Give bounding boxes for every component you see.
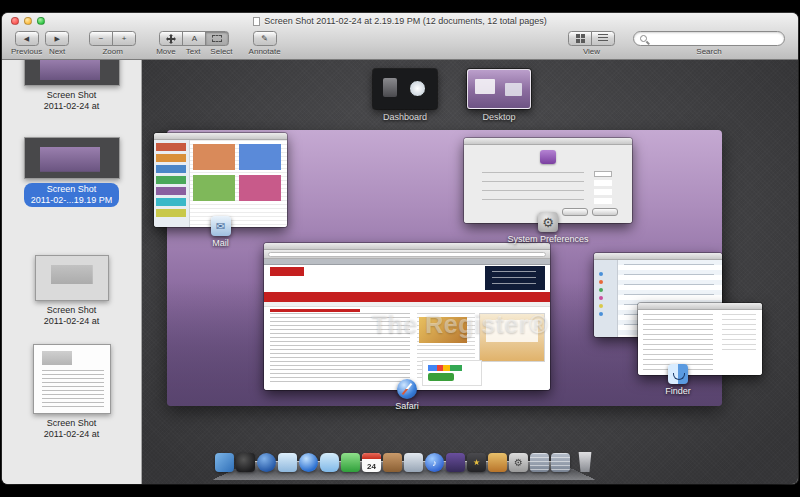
grid-view-icon: [576, 34, 585, 43]
previous-button[interactable]: ◀: [15, 31, 39, 46]
tools-group: A Move Text Select: [156, 31, 232, 56]
dock-icon-downloads-stack: [551, 453, 570, 472]
masthead-band: [264, 292, 550, 302]
list-view-button[interactable]: [591, 31, 615, 46]
music-note-icon: ♪: [432, 458, 437, 468]
pencil-icon: ✎: [261, 34, 268, 43]
mail-label: Mail: [212, 238, 229, 248]
toolbar: ◀ Previous ▶ Next −: [2, 29, 798, 59]
prefs-pane-icon: [540, 150, 556, 164]
finder-app-icon: [668, 364, 688, 384]
thumbnail-image: [24, 137, 120, 179]
select-label: Select: [210, 47, 232, 56]
google-ad-block: [422, 360, 482, 386]
dock-icon-mail: [278, 453, 297, 472]
select-tool-icon: [212, 35, 222, 42]
traffic-lights: [11, 17, 45, 25]
dock-icon-preview: [404, 453, 423, 472]
dock-icon-finder: [215, 453, 234, 472]
preview-window: Screen Shot 2011-02-24 at 2.19.19 PM (12…: [2, 13, 798, 484]
select-tool-button[interactable]: [205, 31, 229, 46]
desktop-thumbnail: [467, 69, 531, 109]
system-preferences-app-icon: ⚙: [538, 212, 558, 232]
sidebar-thumbnail[interactable]: Screen Shot 2011-02-24 at: [35, 255, 109, 328]
zoom-label: Zoom: [102, 47, 122, 56]
thumbnail-image: [33, 344, 111, 414]
zoom-in-icon: +: [122, 34, 127, 43]
window-title: Screen Shot 2011-02-24 at 2.19.19 PM (12…: [264, 16, 547, 26]
calendar-day: 24: [367, 462, 376, 471]
dock-icon-dashboard: [236, 453, 255, 472]
finder-titlebar: [594, 253, 722, 260]
mail-window-group: ✉ Mail: [154, 133, 287, 248]
thumbnail-title: Screen Shot: [44, 418, 99, 429]
next-group: ▶ Next: [45, 31, 69, 56]
finder-front-titlebar: [638, 303, 762, 310]
envelope-icon: ✉: [216, 220, 225, 233]
thumbnail-subtitle: 2011-02-...19.19 PM: [31, 195, 112, 206]
gear-icon: ⚙: [542, 215, 554, 230]
space-desktop: Desktop: [467, 69, 531, 122]
sidebar-thumbnail[interactable]: Screen Shot 2011-02-24 at: [33, 344, 111, 441]
prefs-buttons: [562, 208, 618, 216]
list-view-icon: [598, 34, 608, 43]
dock-icon-facetime: [341, 453, 360, 472]
next-button[interactable]: ▶: [45, 31, 69, 46]
thumbnail-title: Screen Shot: [44, 90, 99, 101]
thumbnail-image: [35, 255, 109, 301]
sidebar-thumbnail[interactable]: Screen Shot 2011-02-24 at: [24, 60, 120, 113]
mail-app-icon: ✉: [211, 216, 231, 236]
move-tool-icon: [166, 34, 176, 44]
dock-icon-itunes: ♪: [425, 453, 444, 472]
move-label: Move: [156, 47, 176, 56]
screen: Screen Shot 2011-02-24 at 2.19.19 PM (12…: [0, 0, 800, 497]
text-label: Text: [186, 47, 201, 56]
prefs-settings-rows: [482, 172, 584, 208]
system-preferences-label: System Preferences: [507, 234, 588, 244]
text-tool-button[interactable]: A: [182, 31, 206, 46]
zoom-out-button[interactable]: −: [89, 31, 113, 46]
thumbnail-title: Screen Shot: [44, 305, 99, 316]
star-icon: ★: [473, 458, 480, 467]
safari-label: Safari: [395, 401, 419, 411]
dock-icon-photo-booth: [446, 453, 465, 472]
thumbnail-title: Screen Shot: [31, 184, 112, 195]
annotate-group: ✎ Annotate: [249, 31, 281, 56]
next-label: Next: [49, 47, 65, 56]
screenshot-canvas[interactable]: Dashboard Desktop: [142, 60, 798, 484]
prefs-input-fields: [594, 171, 612, 177]
system-preferences-window-group: ⚙ System Preferences: [464, 138, 632, 244]
thumbnail-subtitle: 2011-02-24 at: [44, 316, 99, 327]
prefs-titlebar: [464, 138, 632, 145]
search-group: Search: [633, 31, 785, 56]
search-input[interactable]: [651, 34, 778, 43]
titlebar[interactable]: Screen Shot 2011-02-24 at 2.19.19 PM (12…: [2, 13, 798, 29]
search-field[interactable]: [633, 31, 785, 46]
finder-window-group: Finder: [594, 253, 762, 396]
space-dashboard: Dashboard: [373, 69, 437, 122]
dock-icon-system-preferences: ⚙: [509, 453, 528, 472]
banner-ad-dark: [485, 266, 545, 290]
dock-icon-app-store: [257, 453, 276, 472]
finder-front-window-thumbnail: [638, 303, 762, 375]
dock-icon-trash: [577, 452, 593, 472]
site-nav-bar: [264, 302, 550, 307]
minimize-button[interactable]: [24, 17, 32, 25]
gear-icon: ⚙: [514, 457, 523, 468]
system-preferences-window-thumbnail: [464, 138, 632, 223]
grid-view-button[interactable]: [568, 31, 592, 46]
sidebar-thumbnail-selected[interactable]: Screen Shot 2011-02-...19.19 PM: [24, 137, 120, 208]
document-icon: [253, 17, 260, 26]
move-tool-button[interactable]: [159, 31, 183, 46]
close-button[interactable]: [11, 17, 19, 25]
safari-toolbar: [264, 250, 550, 259]
dock-icon-documents-stack: [530, 453, 549, 472]
safari-address-bar: [268, 252, 546, 257]
dock-icon-garageband: [488, 453, 507, 472]
annotate-button[interactable]: ✎: [253, 31, 277, 46]
watermark: The Register®: [372, 310, 548, 339]
zoom-in-button[interactable]: +: [112, 31, 136, 46]
search-label: Search: [696, 47, 721, 56]
mail-titlebar: [154, 133, 287, 140]
zoom-window-button[interactable]: [37, 17, 45, 25]
